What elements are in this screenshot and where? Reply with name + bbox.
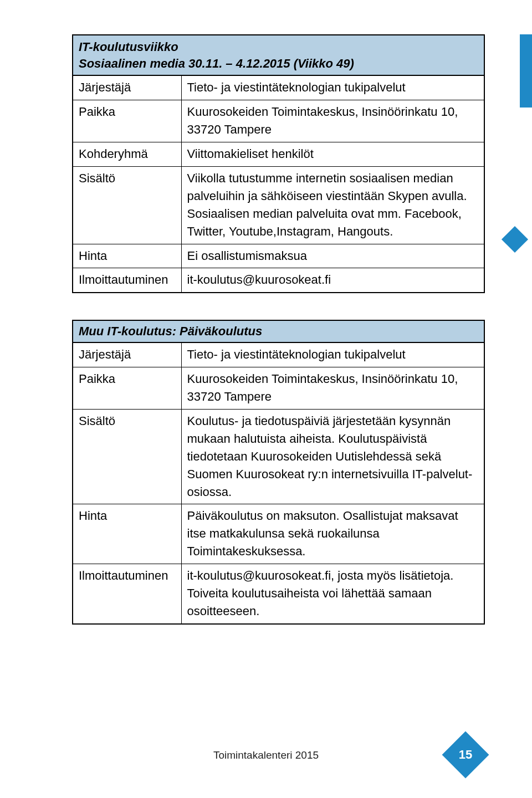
table-row: Hinta Päiväkoulutus on maksuton. Osallis… (73, 504, 484, 564)
title-line: Sosiaalinen media 30.11. – 4.12.2015 (Vi… (79, 55, 478, 72)
row-value: Tieto- ja viestintäteknologian tukipalve… (181, 342, 484, 367)
table-row: Sisältö Koulutus- ja tiedotuspäiviä järj… (73, 409, 484, 504)
row-label: Sisältö (73, 166, 181, 244)
table-row: Hinta Ei osallistumismaksua (73, 244, 484, 268)
row-value: it-koulutus@kuurosokeat.fi (181, 268, 484, 293)
table-row: Ilmoittautuminen it-koulutus@kuurosokeat… (73, 268, 484, 293)
row-value: Koulutus- ja tiedotuspäiviä järjestetään… (181, 409, 484, 504)
row-label: Ilmoittautuminen (73, 268, 181, 293)
page-number-badge: 15 (449, 738, 482, 771)
row-value: Kuurosokeiden Toimintakeskus, Insinöörin… (181, 100, 484, 142)
row-label: Hinta (73, 504, 181, 564)
row-label: Ilmoittautuminen (73, 564, 181, 624)
row-label: Paikka (73, 100, 181, 142)
footer-text: Toimintakalenteri 2015 (213, 749, 319, 761)
course-table-it-koulutusviikko: IT-koulutusviikko Sosiaalinen media 30.1… (72, 34, 485, 293)
footer: Toimintakalenteri 2015 15 (0, 741, 532, 775)
table-row: Kohderyhmä Viittomakieliset henkilöt (73, 142, 484, 167)
page: IT-koulutusviikko Sosiaalinen media 30.1… (0, 0, 532, 798)
row-value: it-koulutus@kuurosokeat.fi, josta myös l… (181, 564, 484, 624)
page-number: 15 (449, 738, 482, 771)
row-value: Viikolla tutustumme internetin sosiaalis… (181, 166, 484, 244)
table-row: Paikka Kuurosokeiden Toimintakeskus, Ins… (73, 100, 484, 142)
row-label: Järjestäjä (73, 75, 181, 100)
diamond-icon (502, 226, 528, 253)
row-label: Kohderyhmä (73, 142, 181, 167)
row-value: Päiväkoulutus on maksuton. Osallistujat … (181, 504, 484, 564)
row-value: Ei osallistumismaksua (181, 244, 484, 268)
title-line: IT-koulutusviikko (79, 39, 478, 55)
row-label: Paikka (73, 367, 181, 410)
table-row: Sisältö Viikolla tutustumme internetin s… (73, 166, 484, 244)
table-row: Ilmoittautuminen it-koulutus@kuurosokeat… (73, 564, 484, 624)
row-value: Kuurosokeiden Toimintakeskus, Insinöörin… (181, 367, 484, 410)
row-label: Sisältö (73, 409, 181, 504)
table-row: Paikka Kuurosokeiden Toimintakeskus, Ins… (73, 367, 484, 410)
table-title: IT-koulutusviikko Sosiaalinen media 30.1… (79, 39, 478, 71)
course-table-muu-it-koulutus: Muu IT-koulutus: Päiväkoulutus Järjestäj… (72, 320, 485, 624)
table-title: Muu IT-koulutus: Päiväkoulutus (73, 320, 484, 342)
table-row: Järjestäjä Tieto- ja viestintäteknologia… (73, 75, 484, 100)
row-value: Viittomakieliset henkilöt (181, 142, 484, 167)
row-label: Hinta (73, 244, 181, 268)
side-tab (520, 34, 532, 108)
row-value: Tieto- ja viestintäteknologian tukipalve… (181, 75, 484, 100)
row-label: Järjestäjä (73, 342, 181, 367)
table-row: Järjestäjä Tieto- ja viestintäteknologia… (73, 342, 484, 367)
